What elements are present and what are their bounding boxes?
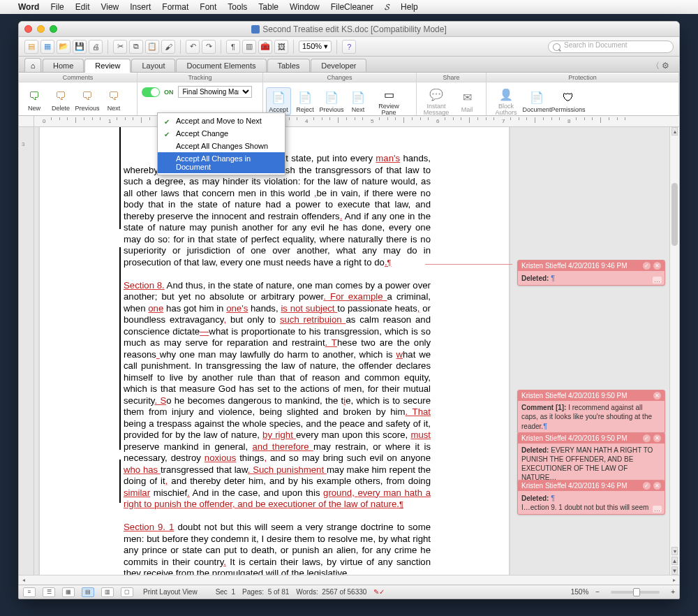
draft-view-button[interactable]: ≡ [23, 587, 36, 597]
print-layout-view-button[interactable]: ▤ [82, 587, 94, 597]
horizontal-scrollbar[interactable]: ◂ ▸ [19, 575, 679, 585]
menu-edit[interactable]: Edit [75, 2, 90, 12]
reject-icon[interactable]: ✕ [653, 482, 661, 490]
next-change-button[interactable]: 📄Next [346, 87, 371, 115]
ruler[interactable]: 012345678 [19, 116, 679, 127]
reject-change-button[interactable]: 📄Reject [292, 87, 318, 115]
media-icon[interactable]: 🖼 [274, 40, 288, 54]
track-changes-toggle[interactable] [142, 87, 160, 97]
ribbon-group-tracking: Tracking [138, 73, 262, 82]
menu-tools[interactable]: Tools [228, 2, 247, 12]
menu-file[interactable]: File [50, 2, 64, 12]
sidebar-icon[interactable]: ▥ [242, 40, 256, 54]
tab-review[interactable]: Review [84, 59, 131, 73]
reject-icon[interactable]: ✕ [653, 434, 661, 442]
tab-home-icon[interactable]: ⌂ [24, 58, 41, 72]
block-authors-button[interactable]: 👤Block Authors [489, 84, 523, 118]
vertical-ruler[interactable]: 3 [19, 127, 34, 575]
accept-change-item[interactable]: ✔Accept Change [158, 127, 285, 140]
quick-access-toolbar: ▤ ▦ 📂 💾 🖨 ✂ ⧉ 📋 🖌 ↶ ↷ ¶ ▥ 🧰 🖼 150% ▾ ? S… [19, 37, 679, 57]
review-pane-button[interactable]: ▭Review Pane [372, 84, 406, 118]
notebook-view-button[interactable]: ▥ [101, 587, 114, 597]
accept-icon[interactable]: ✓ [643, 482, 651, 490]
zoom-select[interactable]: 150% ▾ [299, 41, 332, 52]
ribbon-group-protection: Protection [487, 73, 678, 82]
accept-icon[interactable]: ✓ [643, 262, 651, 270]
close-icon[interactable]: ✕ [653, 392, 661, 399]
new-doc-icon[interactable]: ▤ [24, 40, 38, 54]
more-icon[interactable]: … [653, 277, 662, 284]
pilcrow-toggle-icon[interactable]: ¶ [226, 40, 240, 54]
save-icon[interactable]: 💾 [73, 40, 87, 54]
zoom-slider[interactable] [611, 591, 660, 594]
tab-home[interactable]: Home [43, 59, 84, 72]
vertical-scrollbar[interactable]: ▴ ▾ ▲ ▼ [669, 127, 679, 575]
print-icon[interactable]: 🖨 [89, 40, 103, 54]
menu-insert[interactable]: Insert [130, 2, 151, 12]
reject-icon[interactable]: ✕ [653, 262, 661, 270]
menu-format[interactable]: Format [162, 2, 188, 12]
tab-layout[interactable]: Layout [131, 59, 175, 72]
publishing-view-button[interactable]: ▦ [62, 587, 75, 597]
menu-window[interactable]: Window [290, 2, 320, 12]
tracking-on-label: ON [164, 89, 174, 96]
menu-view[interactable]: View [101, 2, 119, 12]
menu-help[interactable]: Help [401, 2, 418, 12]
more-icon[interactable]: … [653, 506, 662, 513]
focus-view-button[interactable]: ▢ [121, 587, 133, 597]
instant-message-button[interactable]: 💬Instant Message [419, 84, 453, 118]
change-balloon[interactable]: Kristen Stieffel 4/20/2016 9:46 PM✓✕ Del… [517, 260, 665, 286]
format-painter-icon[interactable]: 🖌 [161, 40, 175, 54]
previous-comment-button[interactable]: 🗨Previous [75, 86, 100, 114]
menu-table[interactable]: Table [258, 2, 279, 12]
document-page[interactable]: and the ties of the common law of reason… [40, 127, 509, 575]
next-comment-button[interactable]: 🗨Next [101, 86, 126, 114]
cut-icon[interactable]: ✂ [113, 40, 127, 54]
copy-icon[interactable]: ⧉ [129, 40, 143, 54]
scroll-up-icon[interactable]: ▴ [671, 127, 678, 135]
document-area: 3 and the ties of the common law of reas… [19, 127, 679, 575]
menu-filecleaner[interactable]: FileCleaner [331, 2, 373, 12]
change-balloon[interactable]: Kristen Stieffel 4/20/2016 9:50 PM✓✕ Del… [517, 432, 665, 485]
app-menu[interactable]: Word [18, 2, 39, 12]
accept-all-shown-item[interactable]: Accept All Changes Shown [158, 140, 285, 152]
spellcheck-icon[interactable]: ✎✓ [373, 588, 385, 596]
toolbox-icon[interactable]: 🧰 [258, 40, 272, 54]
accept-icon[interactable]: ✓ [643, 434, 651, 442]
mail-button[interactable]: ✉Mail [454, 87, 480, 115]
permissions-button[interactable]: 🛡Permissions [551, 87, 586, 115]
redo-icon[interactable]: ↷ [202, 40, 216, 54]
search-input[interactable]: Search in Document [548, 41, 674, 53]
scroll-down-icon[interactable]: ▾ [671, 547, 678, 555]
zoom-in-icon[interactable]: + [671, 588, 675, 596]
ribbon-collapse-icon[interactable]: 〈 ⚙ [647, 60, 674, 72]
new-comment-button[interactable]: 🗨New [22, 86, 47, 114]
accept-move-next-item[interactable]: ✔Accept and Move to Next [158, 115, 285, 127]
comment-balloon[interactable]: Kristen Stieffel 4/20/2016 9:50 PM✕ Comm… [517, 390, 665, 434]
accept-all-document-item[interactable]: Accept All Changes in Document [158, 152, 285, 173]
next-page-icon[interactable]: ▼ [671, 566, 678, 575]
accept-change-button[interactable]: 📄Accept [266, 87, 291, 115]
open-icon[interactable]: 📂 [57, 40, 70, 54]
delete-comment-button[interactable]: 🗨Delete [48, 86, 73, 114]
scroll-thumb[interactable] [671, 183, 678, 246]
tab-document-elements[interactable]: Document Elements [176, 59, 266, 72]
previous-change-button[interactable]: 📄Previous [319, 87, 344, 115]
statusbar: ≡ ☰ ▦ ▤ ▥ ▢ Print Layout View Sec 1 Page… [19, 585, 679, 599]
zoom-out-icon[interactable]: − [595, 588, 600, 596]
help-icon[interactable]: ? [342, 40, 356, 54]
menu-script-icon[interactable]: 𝓢 [385, 2, 389, 12]
templates-icon[interactable]: ▦ [40, 40, 54, 54]
tab-developer[interactable]: Developer [311, 59, 366, 72]
undo-icon[interactable]: ↶ [186, 40, 200, 54]
menu-font[interactable]: Font [200, 2, 216, 12]
tab-tables[interactable]: Tables [267, 59, 311, 72]
paste-icon[interactable]: 📋 [145, 40, 159, 54]
change-balloon[interactable]: Kristen Stieffel 4/20/2016 9:46 PM✓✕ Del… [517, 480, 665, 515]
protect-document-button[interactable]: 📄Document [524, 87, 549, 115]
prev-page-icon[interactable]: ▲ [671, 557, 678, 565]
document-body[interactable]: and the ties of the common law of reason… [124, 127, 431, 575]
zoom-value[interactable]: 150% [571, 588, 589, 596]
markup-view-select[interactable]: Final Showing Markup [178, 86, 252, 98]
outline-view-button[interactable]: ☰ [43, 587, 55, 597]
